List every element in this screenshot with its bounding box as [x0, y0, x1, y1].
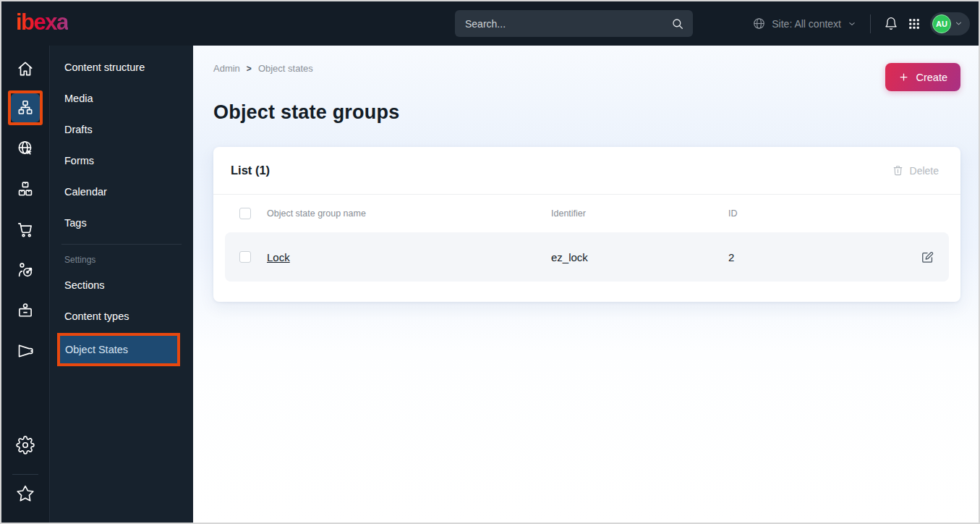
- sidebar-menu: Content structure Media Drafts Forms Cal…: [50, 46, 193, 523]
- breadcrumb-object-states: Object states: [258, 63, 313, 74]
- trash-icon: [892, 164, 904, 177]
- site-context-label: Site: All context: [772, 18, 841, 30]
- rail-customer-portal-button[interactable]: [11, 296, 40, 325]
- topbar-actions: Site: All context AU: [752, 12, 970, 35]
- sidebar-item-drafts[interactable]: Drafts: [50, 114, 193, 145]
- sidebar-item-sections[interactable]: Sections: [50, 269, 193, 300]
- home-icon: [16, 59, 35, 78]
- icon-rail: [1, 46, 50, 523]
- list-title: List (1): [231, 164, 270, 177]
- column-header-identifier: Identifier: [551, 208, 728, 219]
- breadcrumb-admin[interactable]: Admin: [213, 63, 240, 74]
- row-identifier: ez_lock: [551, 251, 728, 263]
- row-id: 2: [728, 251, 906, 263]
- delete-button-label: Delete: [910, 165, 939, 177]
- ibexa-logo[interactable]: ibexa: [16, 9, 68, 35]
- object-state-groups-table: Object state group name Identifier ID Lo…: [213, 195, 960, 282]
- notifications-button[interactable]: [884, 17, 898, 31]
- create-button[interactable]: Create: [885, 63, 960, 91]
- product-boxes-icon: [16, 179, 35, 198]
- settings-gear-icon: [16, 436, 35, 455]
- rail-content-structure-button[interactable]: [11, 93, 40, 122]
- rail-bottom-group: [11, 431, 40, 520]
- rail-divider: [12, 474, 38, 475]
- search-icon[interactable]: [671, 17, 684, 30]
- sidebar-item-object-states[interactable]: Object States: [60, 336, 177, 363]
- campaign-megaphone-icon: [16, 342, 35, 360]
- edit-button[interactable]: [921, 250, 934, 264]
- annotation-highlight: Object States: [57, 333, 180, 366]
- rail-dashboard-button[interactable]: [11, 54, 40, 83]
- breadcrumb: Admin > Object states: [213, 63, 960, 74]
- sidebar-item-media[interactable]: Media: [50, 83, 193, 114]
- sidebar-item-tags[interactable]: Tags: [50, 207, 193, 238]
- create-button-label: Create: [916, 72, 947, 83]
- rail-personalization-button[interactable]: [11, 255, 40, 284]
- column-header-name: Object state group name: [267, 208, 551, 219]
- avatar: AU: [932, 14, 951, 33]
- row-name-link[interactable]: Lock: [267, 251, 290, 263]
- globe-icon: [752, 17, 766, 30]
- plus-icon: [898, 72, 909, 83]
- rail-admin-settings-button[interactable]: [11, 431, 40, 460]
- user-menu[interactable]: AU: [930, 12, 970, 35]
- list-card: List (1) Delete Object state group name …: [213, 147, 960, 302]
- search-input[interactable]: [464, 17, 671, 30]
- sidebar-item-content-types[interactable]: Content types: [50, 300, 193, 331]
- app-switcher-button[interactable]: [908, 17, 921, 30]
- main-content: Admin > Object states Create Object stat…: [193, 46, 979, 523]
- site-context-selector[interactable]: Site: All context: [752, 17, 857, 30]
- page-title: Object state groups: [213, 101, 960, 124]
- personalization-target-icon: [16, 261, 35, 279]
- sidebar-settings-label: Settings: [50, 252, 193, 269]
- bookmarks-star-icon: [16, 484, 35, 503]
- rail-campaigns-button[interactable]: [11, 337, 40, 365]
- table-row: Lock ez_lock 2: [225, 232, 949, 282]
- row-checkbox[interactable]: [239, 251, 251, 263]
- app-window: ibexa Site: All context AU: [0, 0, 980, 524]
- cart-icon: [16, 220, 35, 239]
- grid-icon: [908, 17, 921, 30]
- rail-product-catalog-button[interactable]: [11, 174, 40, 203]
- edit-icon: [921, 250, 934, 264]
- sidebar-item-content-structure[interactable]: Content structure: [50, 51, 193, 83]
- rail-commerce-button[interactable]: [11, 215, 40, 244]
- annotation-highlight: [8, 90, 43, 125]
- chevron-down-icon: [954, 19, 963, 28]
- topbar-divider: [870, 14, 871, 33]
- sidebar-item-calendar[interactable]: Calendar: [50, 176, 193, 207]
- list-card-header: List (1) Delete: [213, 147, 960, 195]
- global-search: [455, 10, 693, 37]
- content-structure-icon: [16, 98, 35, 117]
- delete-button[interactable]: Delete: [887, 164, 943, 177]
- site-globe-icon: [16, 139, 35, 158]
- table-header-row: Object state group name Identifier ID: [225, 195, 949, 232]
- sidebar-divider: [61, 244, 182, 245]
- bell-icon: [884, 17, 898, 31]
- breadcrumb-separator: >: [247, 64, 252, 74]
- customer-badge-icon: [16, 301, 35, 320]
- column-header-id: ID: [728, 208, 906, 219]
- sidebar-item-forms[interactable]: Forms: [50, 145, 193, 176]
- rail-bookmarks-button[interactable]: [11, 479, 40, 508]
- select-all-checkbox[interactable]: [239, 208, 251, 219]
- topbar: ibexa Site: All context AU: [1, 1, 979, 46]
- chevron-down-icon: [847, 19, 857, 29]
- rail-site-button[interactable]: [11, 134, 40, 163]
